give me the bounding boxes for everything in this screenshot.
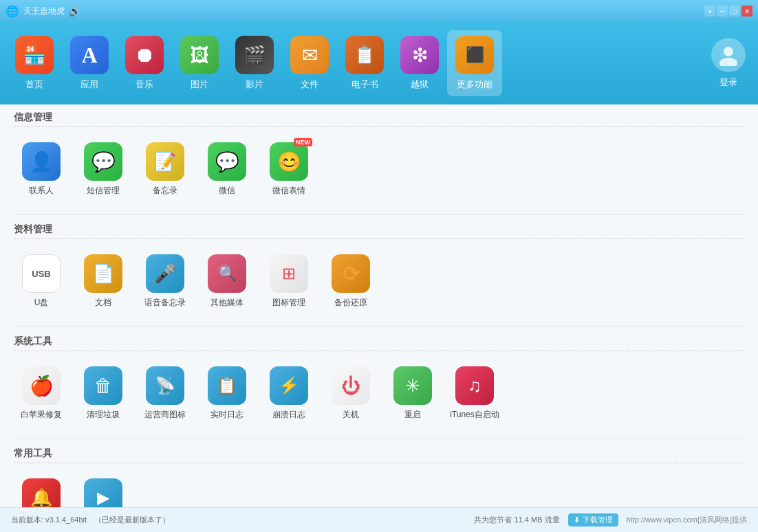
feature-item-usb[interactable]: USBU盘 [14,250,69,313]
nav-items: 🏪首页A应用⏺音乐🖼图片🎬影片✉文件📋电子书❇越狱⬛更多功能 [7,30,706,96]
feature-item-sms[interactable]: 💬短信管理 [76,138,131,201]
sms-icon: 💬 [84,142,122,181]
more-nav-label: 更多功能 [457,78,492,91]
feature-item-doc[interactable]: 📄文档 [76,250,131,313]
usb-icon: USB [22,254,61,293]
feature-item-realtime[interactable]: 📋实时日志 [199,362,255,425]
trash-label: 清理垃圾 [87,409,120,421]
realtime-label: 实时日志 [210,409,243,421]
shutdown-label: 关机 [343,409,359,421]
url-label: http://www.vipcn.com[清风网络]提供 [627,515,747,525]
close-button[interactable]: ✕ [741,5,752,16]
feature-item-iconmgr[interactable]: ⊞图标管理 [261,250,316,313]
nav-item-jailbreak[interactable]: ❇越狱 [392,30,447,96]
music-nav-label: 音乐 [136,78,153,91]
usb-label: U盘 [34,297,49,309]
feature-item-ringtone[interactable]: 🔔铃声制作 [14,474,69,507]
footer-right: 共为您节省 11.4 MB 流量 ⬇ 下载管理 http://www.vipcn… [474,513,747,527]
traffic-label: 共为您节省 11.4 MB 流量 [474,515,559,525]
wechat-label: 微信 [219,185,235,197]
feature-item-media[interactable]: 🔍其他媒体 [199,250,255,313]
home-nav-label: 首页 [25,78,43,91]
nav-item-app[interactable]: A应用 [62,30,117,96]
realtime-icon: 📋 [208,366,246,405]
doc-label: 文档 [95,297,111,309]
section-title-info-mgmt: 信息管理 [14,111,744,127]
nav-item-movie[interactable]: 🎬影片 [227,30,282,96]
title-bar-left: 🌐 天王盖地虎 🔊 [6,5,80,18]
nav-item-ebook[interactable]: 📋电子书 [337,30,392,96]
feature-item-voice[interactable]: 🎤语音备忘录 [138,250,193,313]
ringtone-icon: 🔔 [22,478,61,507]
section-title-sys-tools: 系统工具 [14,335,744,351]
jailbreak-nav-icon: ❇ [400,36,439,74]
feature-item-memo[interactable]: 📝备忘录 [138,138,193,201]
feature-item-video[interactable]: ▶视频转换 [76,474,131,507]
title-bar: 🌐 天王盖地虎 🔊 ▪ ─ □ ✕ [0,0,758,22]
download-button[interactable]: ⬇ 下载管理 [568,513,618,527]
app-icon: 🌐 [6,5,19,18]
nav-item-more[interactable]: ⬛更多功能 [447,30,502,96]
nav-item-music[interactable]: ⏺音乐 [117,30,172,96]
photo-nav-icon: 🖼 [180,36,219,74]
section-items-common-tools: 🔔铃声制作▶视频转换 [14,469,744,507]
crash-icon: ⚡ [270,366,308,405]
version-label: 当前版本: v3.1.4_64bit [11,516,87,524]
movie-nav-label: 影片 [246,78,263,91]
download-icon: ⬇ [574,516,580,524]
backup-icon: ⟳ [332,254,370,293]
wechat-icon: 💬 [208,142,246,181]
main-content: 信息管理👤联系人💬短信管理📝备忘录💬微信😊NEW微信表情资料管理USBU盘📄文档… [0,104,758,507]
apple-repair-label: 白苹果修复 [21,409,62,421]
feature-item-apple-repair[interactable]: 🍎白苹果修复 [14,362,69,425]
file-nav-icon: ✉ [290,36,329,74]
app-nav-icon: A [70,36,109,74]
iconmgr-icon: ⊞ [270,254,308,293]
feature-item-wechat-emoji[interactable]: 😊NEW微信表情 [261,138,316,201]
contact-icon: 👤 [22,142,61,181]
wechat-emoji-icon: 😊NEW [270,142,308,181]
feature-item-crash[interactable]: ⚡崩溃日志 [261,362,316,425]
feature-item-trash[interactable]: 🗑清理垃圾 [76,362,131,425]
apple-repair-icon: 🍎 [22,366,61,405]
app-nav-label: 应用 [80,78,98,91]
nav-item-home[interactable]: 🏪首页 [7,30,62,96]
section-title-common-tools: 常用工具 [14,447,744,463]
feature-item-carrier[interactable]: 📡运营商图标 [138,362,193,425]
pin-button[interactable]: ▪ [704,5,715,16]
feature-item-restart[interactable]: ✳重启 [385,362,440,425]
nav-item-photo[interactable]: 🖼图片 [172,30,227,96]
feature-item-wechat[interactable]: 💬微信 [199,138,255,201]
more-nav-icon: ⬛ [455,36,494,74]
jailbreak-nav-label: 越狱 [411,78,429,91]
login-button[interactable]: 登录 [706,32,751,94]
ebook-nav-label: 电子书 [351,78,378,91]
svg-point-0 [724,47,733,56]
shutdown-icon: ⏻ [332,366,370,405]
music-nav-icon: ⏺ [125,36,164,74]
nav-item-file[interactable]: ✉文件 [282,30,337,96]
latest-label: （已经是最新版本了） [94,516,170,524]
feature-item-shutdown[interactable]: ⏻关机 [323,362,378,425]
title-bar-title: 天王盖地虎 [23,5,65,17]
carrier-label: 运营商图标 [144,409,186,421]
file-nav-label: 文件 [301,78,318,91]
restart-icon: ✳ [393,366,432,405]
feature-item-contact[interactable]: 👤联系人 [14,138,69,201]
maximize-button[interactable]: □ [729,5,740,16]
doc-icon: 📄 [84,254,122,293]
feature-item-itunes[interactable]: ♫iTunes自启动 [447,362,502,425]
footer-left: 当前版本: v3.1.4_64bit （已经是最新版本了） [11,515,170,525]
feature-item-backup[interactable]: ⟳备份还原 [323,250,378,313]
section-items-data-mgmt: USBU盘📄文档🎤语音备忘录🔍其他媒体⊞图标管理⟳备份还原 [14,245,744,318]
minimize-button[interactable]: ─ [717,5,728,16]
memo-label: 备忘录 [153,185,177,197]
media-icon: 🔍 [208,254,246,293]
section-info-mgmt: 信息管理👤联系人💬短信管理📝备忘录💬微信😊NEW微信表情 [0,104,758,213]
itunes-icon: ♫ [455,366,494,405]
media-label: 其他媒体 [210,297,243,309]
restart-label: 重启 [404,409,421,421]
download-label: 下载管理 [583,515,613,525]
wechat-emoji-label: 微信表情 [272,185,305,197]
sms-label: 短信管理 [87,185,120,197]
